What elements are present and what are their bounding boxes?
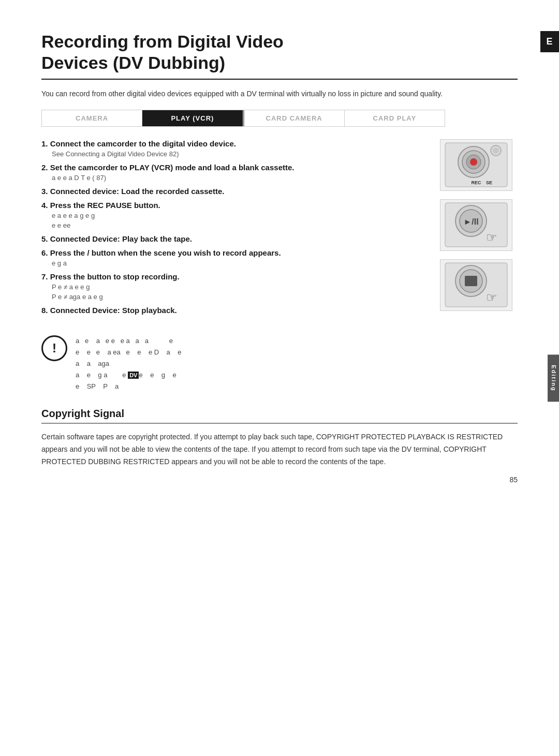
content-with-images: 1. Connect the camcorder to the digital … <box>41 139 518 320</box>
copyright-title: Copyright Signal <box>41 408 518 420</box>
svg-text:REC: REC <box>471 180 481 185</box>
steps-column: 1. Connect the camcorder to the digital … <box>41 139 424 320</box>
notice-text: a e a e e e a a a e e e e a ea e e e D a… <box>76 335 182 392</box>
svg-text:►/II: ►/II <box>463 217 478 226</box>
step-7-sub1: P e ≠ a e e g <box>52 283 424 291</box>
svg-text:SE: SE <box>486 180 492 185</box>
rec-pause-image: REC SE <box>440 139 512 191</box>
play-pause-image: ►/II ☞ <box>440 199 512 251</box>
tab-card-camera[interactable]: CARD CAMERA <box>244 110 345 126</box>
step-7-heading: 7. Press the button to stop recording. <box>41 272 424 281</box>
dv-logo: DV <box>128 372 139 379</box>
svg-text:☞: ☞ <box>486 230 497 244</box>
editing-tab: Editing <box>548 354 559 402</box>
notice-box: ! a e a e e e a a a e e e e a ea e e e D… <box>41 330 518 397</box>
notice-line-2: e e e a ea e e e D a e <box>76 347 182 358</box>
step-1-heading: 1. Connect the camcorder to the digital … <box>41 139 424 148</box>
step-8-heading: 8. Connected Device: Stop playback. <box>41 306 424 315</box>
svg-rect-17 <box>465 276 477 286</box>
tab-camera[interactable]: CAMERA <box>42 110 142 126</box>
copyright-text: Certain software tapes are copyright pro… <box>41 431 518 468</box>
step-7: 7. Press the button to stop recording. P… <box>41 272 424 301</box>
step-4-heading: 4. Press the REC PAUSE button. <box>41 201 424 210</box>
step-6-heading: 6. Press the / button when the scene you… <box>41 248 424 257</box>
step-3: 3. Connected device: Load the recorded c… <box>41 187 424 196</box>
notice-line-3: a a aga <box>76 358 182 369</box>
step-4: 4. Press the REC PAUSE button. e a e e a… <box>41 201 424 229</box>
step-7-sub2: P e ≠ aga e a e g <box>52 293 424 301</box>
notice-line-4: a e g a e DVe e g e <box>76 369 182 381</box>
intro-text: You can record from other digital video … <box>41 88 518 99</box>
page-container: Recording from Digital Video Devices (DV… <box>31 0 528 499</box>
notice-icon: ! <box>41 335 67 361</box>
mode-tabs: CAMERA PLAY (VCR) CARD CAMERA CARD PLAY <box>41 110 445 127</box>
step-2-sub: a e e a D T e ( 87) <box>52 174 424 182</box>
step-2: 2. Set the camcorder to PLAY (VCR) mode … <box>41 163 424 182</box>
notice-line-1: a e a e e e a a a e <box>76 335 182 347</box>
step-4-sub1: e a e e a g e g <box>52 212 424 219</box>
copyright-divider <box>41 423 518 424</box>
step-2-heading: 2. Set the camcorder to PLAY (VCR) mode … <box>41 163 424 172</box>
svg-text:☞: ☞ <box>486 290 497 304</box>
tab-play-vcr[interactable]: PLAY (VCR) <box>142 110 243 126</box>
step-3-heading: 3. Connected device: Load the recorded c… <box>41 187 424 196</box>
step-6: 6. Press the / button when the scene you… <box>41 248 424 267</box>
step-6-sub: e g a <box>52 259 424 267</box>
step-1-sub: See Connecting a Digital Video Device 82… <box>52 150 424 158</box>
page-number: 85 <box>509 476 518 484</box>
svg-point-4 <box>470 158 477 166</box>
page-title: Recording from Digital Video Devices (DV… <box>41 31 518 73</box>
step-4-sub2: e e ee <box>52 221 424 229</box>
step-1: 1. Connect the camcorder to the digital … <box>41 139 424 158</box>
tab-card-play[interactable]: CARD PLAY <box>345 110 445 126</box>
step-8: 8. Connected Device: Stop playback. <box>41 306 424 315</box>
e-tab: E <box>540 31 559 52</box>
svg-point-8 <box>493 147 499 154</box>
images-column: REC SE ►/II ☞ <box>435 139 518 320</box>
step-5: 5. Connected Device: Play back the tape. <box>41 234 424 243</box>
step-5-heading: 5. Connected Device: Play back the tape. <box>41 234 424 243</box>
title-divider <box>41 79 518 80</box>
notice-line-5: e SP P a <box>76 381 182 392</box>
copyright-section: Copyright Signal Certain software tapes … <box>41 408 518 468</box>
stop-image: ☞ <box>440 259 512 311</box>
